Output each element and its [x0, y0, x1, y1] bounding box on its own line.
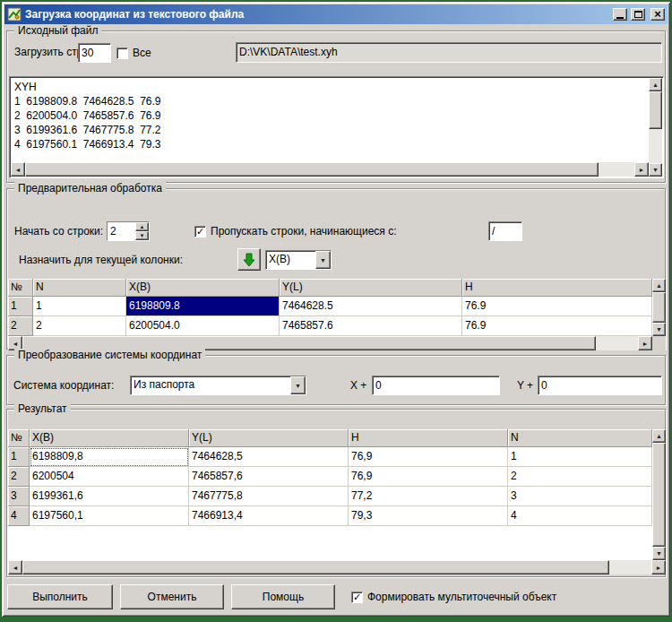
scrollbar-thumb[interactable] — [22, 560, 609, 574]
spin-down-button[interactable]: ▼ — [135, 231, 149, 240]
column-header-yl[interactable]: Y(L) — [189, 429, 349, 447]
coordinate-system-combobox[interactable]: Из паспорта ▼ — [130, 376, 306, 395]
cell[interactable]: 76,9 — [349, 467, 508, 487]
multipoint-checkbox[interactable]: ✓ Формировать мультиточечный объект — [351, 590, 556, 604]
cell[interactable]: 4 — [508, 506, 652, 526]
table-row[interactable]: 1 1 6198809.8 7464628.5 76.9 — [8, 297, 652, 316]
cell[interactable]: 6197560,1 — [30, 506, 189, 526]
column-combobox-arrow[interactable]: ▼ — [315, 251, 331, 269]
skip-lines-checkbox[interactable]: ✓ Пропускать строки, начинающиеся с: — [194, 224, 397, 238]
close-button[interactable] — [650, 8, 665, 21]
check-icon: ✓ — [353, 592, 361, 602]
column-combobox[interactable]: X(B) ▼ — [265, 250, 332, 270]
scroll-left-button[interactable]: ◄ — [11, 162, 25, 177]
column-header-yl[interactable]: Y(L) — [280, 279, 462, 297]
column-header-n[interactable]: N — [508, 429, 652, 447]
preprocess-group: Предварительная обработка Начать со стро… — [6, 188, 666, 350]
minimize-button[interactable] — [613, 8, 627, 21]
cell[interactable]: 7464628.5 — [280, 297, 462, 316]
scrollbar-thumb[interactable] — [652, 443, 666, 547]
cell[interactable]: 76.9 — [462, 297, 652, 316]
scroll-right-button[interactable]: ► — [638, 336, 652, 350]
cell[interactable]: 1 — [33, 297, 126, 316]
spin-up-button[interactable]: ▲ — [135, 222, 149, 231]
y-offset-label: Y + — [517, 376, 533, 395]
column-header-num[interactable]: № — [8, 279, 33, 297]
preprocess-grid-area[interactable]: № N X(B) Y(L) H 1 1 6198809.8 7464628.5 … — [8, 279, 652, 336]
scroll-up-button[interactable]: ▲ — [649, 78, 662, 91]
selected-cell[interactable]: 6198809.8 — [126, 297, 280, 316]
scrollbar-thumb[interactable] — [25, 162, 599, 177]
result-grid-area[interactable]: № X(B) Y(L) H N 1 6198809,8 7464628,5 76… — [8, 429, 652, 560]
cell[interactable]: 7464628,5 — [189, 447, 349, 467]
scroll-right-button[interactable]: ► — [634, 162, 649, 177]
column-header-num[interactable]: № — [8, 429, 30, 447]
cell[interactable]: 3 — [508, 487, 652, 506]
titlebar[interactable]: Загрузка координат из текстового файла — [4, 4, 668, 24]
scroll-down-button[interactable]: ▼ — [652, 323, 666, 336]
coordinate-system-arrow[interactable]: ▼ — [290, 376, 306, 394]
cell[interactable]: 1 — [508, 447, 652, 467]
preprocess-vertical-scrollbar[interactable]: ▲ ▼ — [652, 279, 666, 336]
scroll-down-icon: ▼ — [656, 326, 662, 333]
column-header-xb[interactable]: X(B) — [126, 279, 280, 297]
cell[interactable]: 79,3 — [349, 506, 508, 526]
column-header-h[interactable]: H — [462, 279, 652, 297]
dialog-window: Загрузка координат из текстового файла И… — [2, 2, 670, 617]
cell[interactable]: 2 — [33, 316, 126, 336]
all-checkbox-label: Все — [133, 47, 151, 59]
cell[interactable]: 76.9 — [462, 316, 652, 336]
assign-column-label: Назначить для текущей колонки: — [19, 250, 183, 270]
preview-vertical-scrollbar[interactable]: ▲ ▼ — [649, 78, 662, 177]
cell[interactable]: 7465857,6 — [189, 467, 349, 487]
start-row-input[interactable] — [108, 222, 135, 240]
start-row-spinner[interactable]: ▲ ▼ — [107, 221, 150, 241]
preprocess-grid: № N X(B) Y(L) H 1 1 6198809.8 7464628.5 … — [8, 279, 666, 350]
preview-horizontal-scrollbar[interactable]: ◄ ► — [11, 162, 649, 177]
scroll-up-button[interactable]: ▲ — [652, 429, 666, 443]
table-row[interactable]: 4 6197560,1 7466913,4 79,3 4 — [8, 506, 652, 526]
load-rows-input[interactable] — [78, 43, 111, 63]
scroll-left-button[interactable]: ◄ — [8, 560, 22, 574]
execute-button[interactable]: Выполнить — [7, 584, 113, 609]
scroll-up-button[interactable]: ▲ — [652, 279, 666, 292]
assign-column-button[interactable] — [237, 248, 261, 271]
coordinate-system-label: Система координат: — [13, 376, 114, 395]
cancel-button[interactable]: Отменить — [120, 584, 224, 609]
scroll-down-button[interactable]: ▼ — [649, 163, 662, 177]
table-row[interactable]: 2 6200504 7465857,6 76,9 2 — [8, 467, 652, 487]
cell[interactable]: 77,2 — [349, 487, 508, 506]
column-header-h[interactable]: H — [349, 429, 508, 447]
scrollbar-thumb[interactable] — [649, 91, 662, 129]
scroll-right-button[interactable]: ► — [651, 560, 666, 574]
file-preview-text[interactable]: XYH 1 6198809.8 7464628.5 76.9 2 6200504… — [11, 78, 649, 162]
cell[interactable]: 7467775,8 — [189, 487, 349, 506]
cell[interactable]: 6200504.0 — [126, 316, 280, 336]
scroll-down-button[interactable]: ▼ — [652, 547, 666, 560]
scrollbar-thumb[interactable] — [652, 292, 666, 323]
cell[interactable]: 6199361,6 — [30, 487, 189, 506]
x-offset-input[interactable] — [372, 376, 500, 395]
cell[interactable]: 76,9 — [349, 447, 508, 467]
result-horizontal-scrollbar[interactable]: ◄ ► — [8, 560, 666, 574]
file-path-field[interactable]: D:\VK\DATA\test.xyh — [236, 42, 662, 63]
skip-char-input[interactable] — [488, 221, 522, 241]
table-row[interactable]: 3 6199361,6 7467775,8 77,2 3 — [8, 487, 652, 506]
maximize-button[interactable] — [631, 8, 645, 21]
all-checkbox[interactable]: Все — [116, 46, 151, 60]
cell[interactable]: 6200504 — [30, 467, 189, 487]
skip-lines-label: Пропускать строки, начинающиеся с: — [211, 225, 397, 238]
help-button[interactable]: Помощь — [231, 584, 335, 609]
focused-cell[interactable]: 6198809,8 — [30, 447, 189, 467]
table-row[interactable]: 2 2 6200504.0 7465857.6 76.9 — [8, 316, 652, 336]
cell[interactable]: 2 — [508, 467, 652, 487]
spin-down-icon: ▼ — [140, 233, 145, 238]
column-header-xb[interactable]: X(B) — [30, 429, 189, 447]
y-offset-input[interactable] — [538, 376, 662, 395]
cell[interactable]: 7466913,4 — [189, 506, 349, 526]
column-header-n[interactable]: N — [33, 279, 126, 297]
table-row[interactable]: 1 6198809,8 7464628,5 76,9 1 — [8, 447, 652, 467]
file-preview[interactable]: XYH 1 6198809.8 7464628.5 76.9 2 6200504… — [9, 76, 664, 178]
result-vertical-scrollbar[interactable]: ▲ ▼ — [652, 429, 666, 560]
cell[interactable]: 7465857.6 — [280, 316, 462, 336]
